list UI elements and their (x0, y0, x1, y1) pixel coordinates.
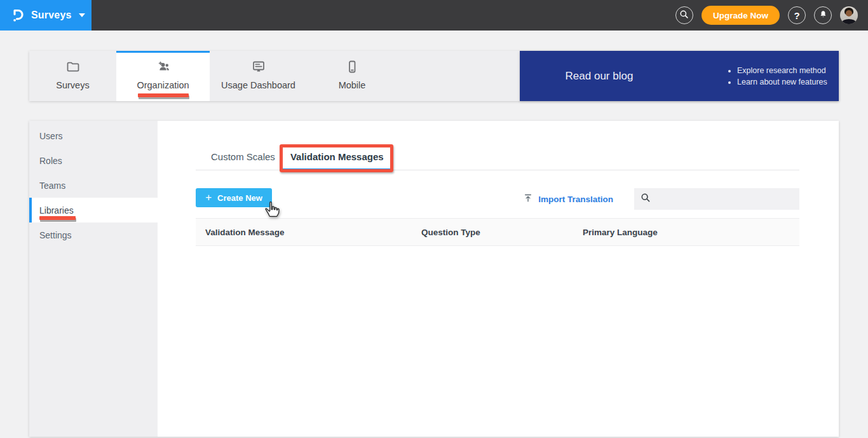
tab-label: Validation Messages (290, 151, 384, 162)
questionpro-p-logo (10, 7, 25, 24)
sidebar-item-label: Roles (39, 156, 62, 166)
chevron-down-icon (79, 13, 85, 17)
nav-tab-label: Usage Dashboard (221, 80, 295, 90)
blog-bullet: Explore research method (737, 66, 827, 75)
topbar-actions: Upgrade Now ? (675, 6, 858, 25)
annotation-underline-organization (138, 93, 189, 97)
sidebar-item-libraries[interactable]: Libraries (29, 198, 158, 222)
content-tabs: Custom Scales Validation Messages (196, 147, 799, 170)
avatar-face (846, 10, 852, 17)
tab-custom-scales[interactable]: Custom Scales (203, 147, 283, 170)
search-icon (679, 10, 689, 21)
sidebar-item-label: Teams (39, 181, 65, 191)
product-menu-label: Surveys (31, 10, 72, 21)
blog-banner-title: Read our blog (566, 70, 634, 82)
help-button[interactable]: ? (788, 6, 806, 24)
product-menu[interactable]: Surveys (0, 0, 92, 31)
people-plus-icon (155, 59, 172, 74)
sidebar-item-roles[interactable]: Roles (29, 148, 158, 173)
sidebar-item-settings[interactable]: Settings (29, 222, 158, 247)
sidebar-item-label: Users (39, 131, 63, 141)
help-icon: ? (794, 11, 799, 20)
blog-banner-bullets: Explore research method Learn about new … (737, 64, 827, 89)
column-header-question-type: Question Type (412, 228, 573, 237)
sidebar-item-label: Libraries (39, 205, 74, 216)
dashboard-icon (251, 59, 266, 74)
folder-icon (65, 59, 81, 74)
tab-validation-messages[interactable]: Validation Messages (283, 147, 391, 170)
mobile-icon (344, 59, 360, 74)
create-new-label: Create New (217, 193, 262, 203)
import-translation-label: Import Translation (538, 195, 613, 204)
sidebar: Users Roles Teams Libraries Settings (29, 121, 158, 437)
active-tab-underline (283, 168, 391, 171)
nav-tab-surveys[interactable]: Surveys (29, 51, 116, 101)
create-new-button[interactable]: + Create New (196, 188, 272, 207)
tab-label: Custom Scales (211, 151, 275, 162)
sidebar-item-users[interactable]: Users (29, 123, 158, 148)
sidebar-item-label: Settings (39, 230, 72, 240)
nav-tab-label: Organization (137, 80, 189, 90)
upgrade-now-button[interactable]: Upgrade Now (702, 6, 780, 25)
avatar-torso (842, 19, 856, 24)
nav-tab-label: Mobile (339, 80, 366, 90)
upload-icon (523, 193, 533, 205)
nav-tab-mobile[interactable]: Mobile (307, 51, 397, 101)
blog-bullet: Learn about new features (737, 78, 827, 86)
bell-icon (818, 10, 828, 21)
sidebar-item-teams[interactable]: Teams (29, 173, 158, 198)
nav-tab-usage-dashboard[interactable]: Usage Dashboard (210, 51, 307, 101)
annotation-underline-libraries (39, 216, 76, 220)
topbar: Surveys Upgrade Now ? (0, 0, 868, 31)
search-icon (641, 193, 651, 205)
nav-tab-organization[interactable]: Organization (116, 51, 210, 101)
search-button[interactable] (675, 6, 693, 24)
nav-tab-label: Surveys (56, 80, 89, 90)
avatar[interactable] (840, 6, 858, 24)
main-card: Users Roles Teams Libraries Settings Cus… (29, 121, 839, 437)
content-panel: Custom Scales Validation Messages + Crea… (158, 121, 839, 437)
import-translation-button[interactable]: Import Translation (523, 188, 613, 210)
toolbar: + Create New Import Translation (196, 188, 799, 210)
table-search-box[interactable] (634, 188, 799, 210)
column-header-primary-language: Primary Language (573, 228, 799, 237)
table-header-row: Validation Message Question Type Primary… (196, 218, 799, 246)
blog-banner[interactable]: Read our blog Explore research method Le… (520, 51, 839, 101)
notifications-button[interactable] (814, 6, 832, 24)
column-header-validation-message: Validation Message (196, 228, 412, 237)
primary-nav: Surveys Organization (29, 51, 839, 101)
plus-icon: + (205, 192, 212, 203)
search-input[interactable] (656, 194, 793, 204)
